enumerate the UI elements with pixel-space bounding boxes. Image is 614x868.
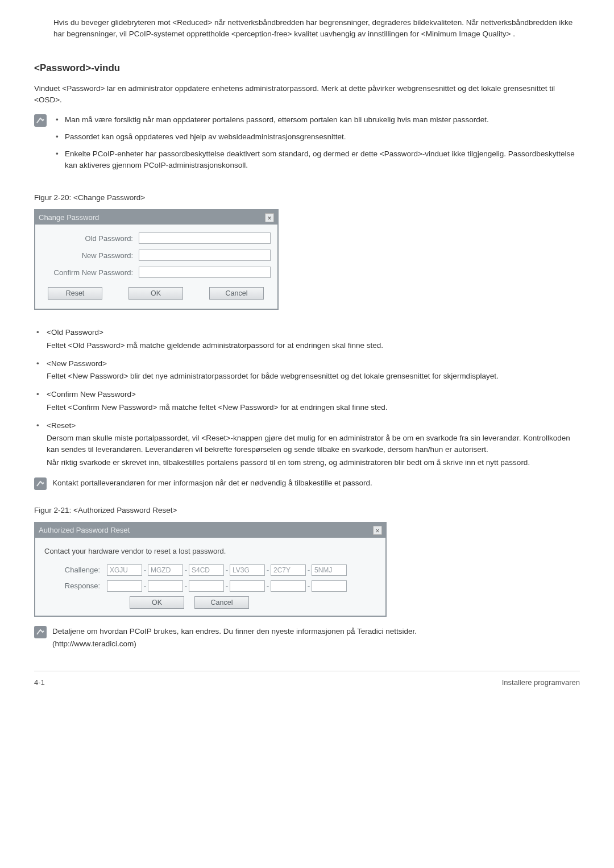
note-list-1: Man må være forsiktig når man oppdaterer… (52, 114, 580, 177)
note-icon (34, 626, 47, 638)
page-footer: 4-1 Installere programvaren (34, 677, 580, 688)
field-desc-2: Når riktig svarkode er skrevet inn, tilb… (47, 457, 580, 468)
dash-icon: - (224, 580, 230, 592)
challenge-seg-3: LV3G (230, 564, 265, 576)
note-block-1: Man må være forsiktig når man oppdaterer… (34, 114, 580, 177)
dash-icon: - (183, 564, 189, 576)
response-seg-4[interactable] (271, 580, 306, 592)
field-new-password: <New Password> Feltet <New Password> bli… (34, 358, 580, 383)
dash-icon: - (183, 580, 189, 592)
dialog-title: Change Password (39, 212, 99, 223)
figure-caption-1: Figur 2-20: <Change Password> (34, 192, 580, 203)
challenge-seg-0: XGJU (107, 564, 142, 576)
response-seg-0[interactable] (107, 580, 142, 592)
note3-line2: (http://www.teradici.com) (52, 638, 580, 650)
ok-button[interactable]: OK (130, 596, 184, 609)
dash-icon: - (306, 580, 312, 592)
cancel-button[interactable]: Cancel (209, 287, 264, 300)
dash-icon: - (265, 580, 271, 592)
section-description: Vinduet <Password> lar en administrator … (34, 83, 580, 106)
field-name: <Confirm New Password> (47, 389, 580, 400)
section-title: <Password>-vindu (34, 61, 580, 76)
dash-icon: - (142, 580, 148, 592)
confirm-password-input[interactable] (139, 267, 271, 278)
dialog-titlebar: Authorized Password Reset × (35, 523, 385, 538)
note-block-3: Detaljene om hvordan PCoIP brukes, kan e… (34, 626, 580, 650)
footer-title: Installere programvaren (502, 677, 580, 688)
note1-item-0: Man må være forsiktig når man oppdaterer… (52, 114, 580, 126)
note-block-2: Kontakt portalleverandøren for mer infor… (34, 477, 580, 490)
close-icon[interactable]: × (265, 213, 274, 222)
field-name: <Old Password> (47, 327, 580, 338)
response-seg-5[interactable] (312, 580, 347, 592)
note-icon (34, 114, 47, 127)
response-seg-1[interactable] (148, 580, 183, 592)
cancel-button[interactable]: Cancel (194, 596, 249, 609)
page-number: 4-1 (34, 677, 45, 688)
old-password-label: Old Password: (42, 233, 139, 244)
field-desc: Feltet <Confirm New Password> må matche … (47, 402, 580, 413)
new-password-input[interactable] (139, 250, 271, 261)
figure-caption-2: Figur 2-21: <Authorized Password Reset> (34, 505, 580, 516)
dialog-title: Authorized Password Reset (39, 525, 130, 536)
dash-icon: - (224, 564, 230, 576)
dash-icon: - (265, 564, 271, 576)
old-password-input[interactable] (139, 232, 271, 244)
reset-button[interactable]: Reset (48, 287, 102, 300)
response-seg-3[interactable] (230, 580, 265, 592)
intro-paragraph: Hvis du beveger glidebryteren mot <Reduc… (53, 17, 580, 40)
response-label: Response: (44, 580, 107, 592)
note2-text: Kontakt portalleverandøren for mer infor… (52, 477, 580, 489)
field-desc: Feltet <New Password> blir det nye admin… (47, 371, 580, 382)
challenge-label: Challenge: (44, 564, 107, 576)
field-name: <Reset> (47, 420, 580, 431)
dialog-titlebar: Change Password × (35, 210, 277, 225)
field-old-password: <Old Password> Feltet <Old Password> må … (34, 327, 580, 351)
note1-item-2: Enkelte PCoIP-enheter har passordbeskytt… (52, 148, 580, 172)
close-icon[interactable]: × (373, 526, 382, 535)
field-reset: <Reset> Dersom man skulle miste portalpa… (34, 420, 580, 468)
field-desc: Feltet <Old Password> må matche gjeldend… (47, 340, 580, 351)
note-icon (34, 477, 47, 490)
authorized-reset-dialog: Authorized Password Reset × Contact your… (34, 522, 387, 617)
dash-icon: - (306, 564, 312, 576)
response-seg-2[interactable] (189, 580, 224, 592)
dash-icon: - (142, 564, 148, 576)
response-input-group: - - - - - (107, 580, 347, 592)
field-desc: Dersom man skulle miste portalpassordet,… (47, 433, 580, 456)
challenge-value: XGJU- MGZD- S4CD- LV3G- 2C7Y- 5NMJ (107, 564, 347, 576)
challenge-seg-5: 5NMJ (312, 564, 347, 576)
change-password-dialog: Change Password × Old Password: New Pass… (34, 209, 279, 310)
note3-line1: Detaljene om hvordan PCoIP brukes, kan e… (52, 626, 580, 637)
field-confirm-password: <Confirm New Password> Feltet <Confirm N… (34, 389, 580, 413)
confirm-password-label: Confirm New Password: (42, 267, 139, 279)
challenge-seg-2: S4CD (189, 564, 224, 576)
new-password-label: New Password: (42, 250, 139, 261)
field-description-list: <Old Password> Feltet <Old Password> må … (34, 327, 580, 468)
footer-rule (34, 671, 580, 671)
field-name: <New Password> (47, 358, 580, 369)
ok-button[interactable]: OK (128, 287, 183, 300)
challenge-seg-4: 2C7Y (271, 564, 306, 576)
challenge-seg-1: MGZD (148, 564, 183, 576)
note1-item-1: Passordet kan også oppdateres ved hjelp … (52, 131, 580, 143)
dialog2-instruction: Contact your hardware vendor to reset a … (44, 546, 376, 557)
